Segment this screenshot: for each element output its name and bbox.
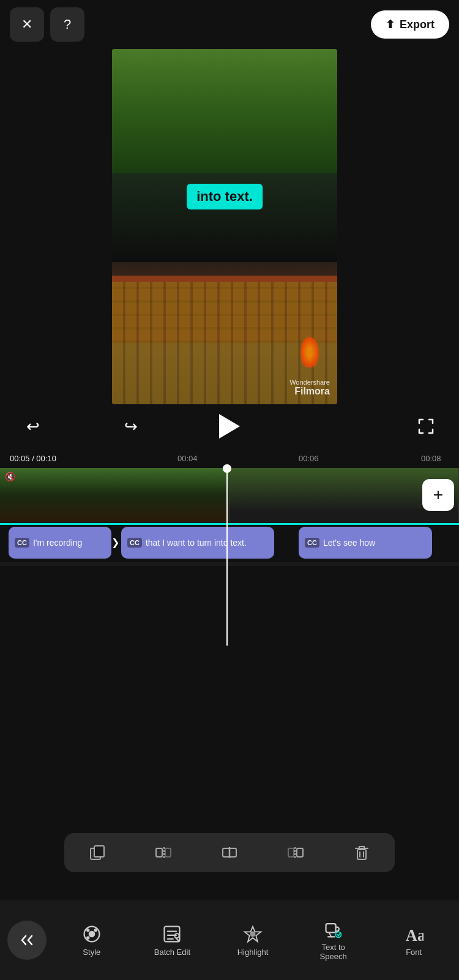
font-icon: Aa (404, 924, 424, 944)
export-label: Export (400, 18, 435, 31)
nav-item-style[interactable]: Style (64, 924, 119, 957)
playback-controls: ↩ ↪ (0, 404, 459, 448)
style-icon (82, 924, 102, 944)
svg-point-16 (94, 929, 97, 932)
duplicate-button[interactable] (83, 838, 112, 867)
nav-item-batch-edit[interactable]: Batch Edit (144, 924, 200, 957)
caption-chip-3[interactable]: CC Let's see how (299, 527, 432, 559)
tts-icon (324, 919, 343, 939)
close-button[interactable]: ✕ (10, 7, 44, 42)
nav-items: Style Batch Edit Highlight (47, 919, 459, 961)
watermark-sub: Wondershare (289, 379, 330, 386)
split-center-icon (222, 845, 237, 861)
video-preview: into text. Wondershare Filmora (112, 49, 337, 404)
split-right-icon (288, 845, 304, 861)
timeline-area[interactable]: 🔇 + CC I'm recording ❯ CC that I want to… (0, 468, 459, 566)
caption-track[interactable]: CC I'm recording ❯ CC that I want to tur… (0, 523, 459, 562)
export-icon: ⬆ (386, 18, 395, 31)
undo-icon: ↩ (26, 417, 40, 436)
svg-point-24 (250, 931, 256, 937)
highlight-icon (243, 924, 263, 944)
bottom-nav: Style Batch Edit Highlight (0, 900, 459, 980)
caption-text-3: Let's see how (323, 538, 375, 548)
volume-icon: 🔇 (5, 472, 15, 481)
play-icon (219, 414, 240, 439)
export-button[interactable]: ⬆ Export (371, 10, 449, 39)
delete-button[interactable] (347, 838, 376, 867)
split-right-button[interactable] (281, 838, 310, 867)
redo-button[interactable]: ↪ (118, 413, 144, 440)
svg-rect-1 (94, 846, 104, 857)
nav-item-font[interactable]: Aa Font (386, 924, 441, 957)
add-track-button[interactable]: + (422, 479, 454, 511)
lantern (300, 337, 319, 368)
watermark-brand: Filmora (289, 386, 330, 397)
split-left-icon (155, 845, 171, 861)
header: ✕ ? ⬆ Export (0, 0, 459, 49)
svg-rect-25 (326, 924, 335, 932)
video-background: into text. Wondershare Filmora (112, 49, 337, 404)
nav-item-highlight[interactable]: Highlight (225, 924, 280, 957)
collapse-icon (20, 933, 34, 947)
caption-chip-2[interactable]: CC that I want to turn into text. (121, 527, 274, 559)
header-left-buttons: ✕ ? (10, 7, 84, 42)
svg-point-15 (86, 929, 89, 932)
time-marker-3: 00:08 (421, 454, 441, 463)
time-marker-1: 00:04 (177, 454, 198, 463)
filmora-watermark: Wondershare Filmora (289, 379, 330, 397)
caption-track-indicator (0, 523, 459, 525)
style-label: Style (83, 948, 100, 957)
svg-rect-9 (297, 848, 303, 857)
split-left-button[interactable] (149, 838, 178, 867)
delete-icon (354, 845, 369, 861)
svg-point-17 (86, 936, 89, 939)
font-label: Font (406, 948, 422, 957)
fullscreen-icon (418, 418, 434, 434)
svg-rect-4 (165, 848, 171, 857)
split-center-button[interactable] (215, 838, 244, 867)
undo-button[interactable]: ↩ (20, 413, 47, 440)
video-track[interactable]: 🔇 + (0, 468, 459, 522)
redo-icon: ↪ (124, 417, 138, 436)
video-caption-text: into text. (187, 184, 263, 209)
cc-badge-3: CC (305, 538, 319, 548)
playhead-indicator (223, 464, 231, 473)
caption-chip-1[interactable]: CC I'm recording (9, 527, 111, 559)
cc-badge-2: CC (127, 538, 142, 548)
playhead[interactable] (226, 468, 228, 646)
fullscreen-button[interactable] (412, 413, 439, 440)
svg-rect-10 (357, 850, 366, 859)
play-button[interactable] (215, 412, 244, 441)
edit-toolbar (64, 833, 395, 872)
collapse-button[interactable] (7, 921, 47, 960)
caption-text-1: I'm recording (33, 538, 82, 548)
batch-edit-icon (162, 924, 182, 944)
highlight-label: Highlight (237, 948, 269, 957)
svg-text:Aa: Aa (406, 925, 424, 943)
svg-rect-7 (288, 848, 294, 857)
caption-text-2: that I want to turn into text. (146, 538, 247, 548)
time-marker-2: 00:06 (299, 454, 319, 463)
current-time: 00:05 / 00:10 (10, 454, 56, 463)
batch-edit-label: Batch Edit (154, 948, 190, 957)
tts-label: Text toSpeech (320, 943, 347, 961)
help-button[interactable]: ? (50, 7, 84, 42)
chip-connector: ❯ (111, 537, 119, 548)
svg-rect-2 (156, 848, 162, 857)
video-track-segment-1[interactable]: 🔇 (0, 468, 230, 522)
nav-item-text-to-speech[interactable]: Text toSpeech (306, 919, 361, 961)
svg-point-28 (335, 932, 341, 937)
duplicate-icon (89, 845, 105, 861)
svg-point-14 (88, 930, 95, 937)
cc-badge-1: CC (15, 538, 29, 548)
